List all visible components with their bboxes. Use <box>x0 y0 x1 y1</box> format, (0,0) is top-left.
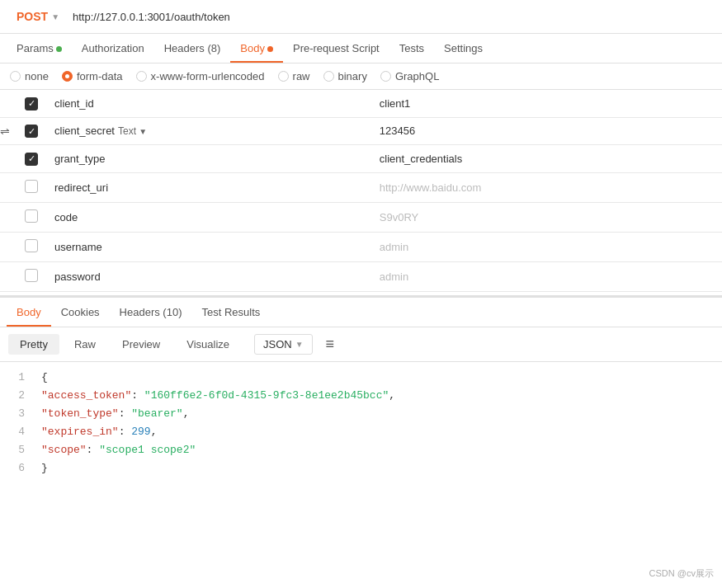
response-tabs: Body Cookies Headers (10) Test Results <box>0 295 722 327</box>
checkbox[interactable] <box>25 180 38 193</box>
format-chevron-icon: ▼ <box>295 340 304 349</box>
line-number: 1 <box>8 369 25 387</box>
radio-raw[interactable]: raw <box>278 70 310 82</box>
line-number: 6 <box>8 459 25 477</box>
code-tab-preview[interactable]: Preview <box>111 334 172 355</box>
url-bar: POST ▼ <box>0 0 722 34</box>
checkbox-cell[interactable] <box>17 232 46 261</box>
key-text: redirect_uri <box>54 181 108 194</box>
tab-settings[interactable]: Settings <box>434 34 493 63</box>
type-badge[interactable]: Text ▼ <box>118 125 147 137</box>
spacer-cell <box>0 90 17 117</box>
body-type-row: none form-data x-www-form-urlencoded raw… <box>0 64 722 90</box>
method-select[interactable]: POST ▼ <box>10 7 66 26</box>
radio-urlencoded[interactable]: x-www-form-urlencoded <box>136 70 265 82</box>
key-text: code <box>54 211 78 223</box>
checkbox[interactable] <box>25 125 38 138</box>
format-select[interactable]: JSON ▼ <box>254 334 313 355</box>
radio-binary-circle <box>323 71 334 82</box>
value-cell: S9v0RY <box>371 202 722 232</box>
checkbox[interactable] <box>25 209 38 223</box>
checkbox-cell[interactable] <box>17 202 46 232</box>
url-input[interactable] <box>73 11 712 23</box>
value-text: http://www.baidu.com <box>380 181 482 194</box>
code-tab-raw[interactable]: Raw <box>63 334 107 355</box>
tab-body[interactable]: Body <box>230 34 283 63</box>
code-tab-pretty[interactable]: Pretty <box>8 334 59 355</box>
value-cell: admin <box>371 232 722 261</box>
resp-tab-headers[interactable]: Headers (10) <box>110 298 192 327</box>
value-text: client_credentials <box>380 153 462 165</box>
tab-params[interactable]: Params <box>7 34 72 63</box>
key-text: username <box>54 241 102 253</box>
spacer-cell <box>0 145 17 173</box>
key-text: client_id <box>54 97 94 110</box>
code-viewer: 123456 { "access_token": "160ff6e2-6f0d-… <box>0 362 722 485</box>
resp-tab-cookies[interactable]: Cookies <box>51 298 110 327</box>
table-row: client_id client1 <box>0 90 722 117</box>
value-cell: client_credentials <box>371 145 722 173</box>
value-cell: 123456 <box>371 117 722 145</box>
code-line: } <box>41 459 714 477</box>
code-toolbar: Pretty Raw Preview Visualize JSON ▼ ≡ <box>0 327 722 362</box>
tab-authorization[interactable]: Authorization <box>72 34 154 63</box>
code-line: "scope": "scope1 scope2" <box>41 441 714 459</box>
code-lines-container: 123456 { "access_token": "160ff6e2-6f0d-… <box>0 362 722 485</box>
checkbox-cell[interactable] <box>17 90 46 117</box>
key-cell: redirect_uri <box>46 172 371 202</box>
value-text: S9v0RY <box>380 211 418 223</box>
key-cell: password <box>46 261 371 291</box>
key-text: client_secret <box>54 125 115 137</box>
value-cell: admin <box>371 261 722 291</box>
spacer-cell <box>0 232 17 261</box>
checkbox-cell[interactable] <box>17 261 46 291</box>
main-tabs: Params Authorization Headers (8) Body Pr… <box>0 34 722 64</box>
body-dot <box>267 46 273 52</box>
key-text: grant_type <box>54 153 105 165</box>
resp-tab-test-results[interactable]: Test Results <box>191 298 270 327</box>
checkbox[interactable] <box>25 153 38 166</box>
watermark: CSDN @cv展示 <box>649 567 714 580</box>
table-row: redirect_uri http://www.baidu.com <box>0 172 722 202</box>
tab-headers[interactable]: Headers (8) <box>154 34 231 63</box>
tab-tests[interactable]: Tests <box>389 34 434 63</box>
radio-binary[interactable]: binary <box>323 70 367 82</box>
table-row: username admin <box>0 232 722 261</box>
key-text: password <box>54 270 101 283</box>
key-cell: client_id <box>46 90 371 117</box>
checkbox[interactable] <box>25 239 38 252</box>
form-table: client_id client1 ⇌ client_secretText ▼ … <box>0 90 722 292</box>
radio-graphql-circle <box>380 71 391 82</box>
key-cell: grant_type <box>46 145 371 173</box>
value-cell: http://www.baidu.com <box>371 172 722 202</box>
radio-form-data-circle <box>62 71 73 82</box>
radio-none-circle <box>10 71 21 82</box>
radio-urlencoded-circle <box>136 71 147 82</box>
checkbox-cell[interactable] <box>17 117 46 145</box>
wrap-button[interactable]: ≡ <box>323 332 338 356</box>
tab-pre-request[interactable]: Pre-request Script <box>283 34 389 63</box>
checkbox-cell[interactable] <box>17 172 46 202</box>
code-tab-visualize[interactable]: Visualize <box>175 334 241 355</box>
filter-icon: ⇌ <box>0 125 10 138</box>
checkbox[interactable] <box>25 97 38 111</box>
line-number: 5 <box>8 441 25 459</box>
checkbox-cell[interactable] <box>17 145 46 173</box>
line-numbers: 123456 <box>0 369 33 478</box>
spacer-cell <box>0 172 17 202</box>
resp-tab-body[interactable]: Body <box>7 298 51 327</box>
method-chevron-icon: ▼ <box>51 12 59 21</box>
radio-form-data[interactable]: form-data <box>62 70 123 82</box>
radio-none[interactable]: none <box>10 70 49 82</box>
line-number: 3 <box>8 405 25 423</box>
line-number: 2 <box>8 387 25 405</box>
value-text: admin <box>380 270 408 283</box>
checkbox[interactable] <box>25 269 38 282</box>
method-label: POST <box>17 10 48 23</box>
code-line: { <box>41 369 714 387</box>
table-row: grant_type client_credentials <box>0 145 722 173</box>
radio-graphql[interactable]: GraphQL <box>380 70 439 82</box>
key-cell: username <box>46 232 371 261</box>
line-number: 4 <box>8 423 25 441</box>
table-row: password admin <box>0 261 722 291</box>
